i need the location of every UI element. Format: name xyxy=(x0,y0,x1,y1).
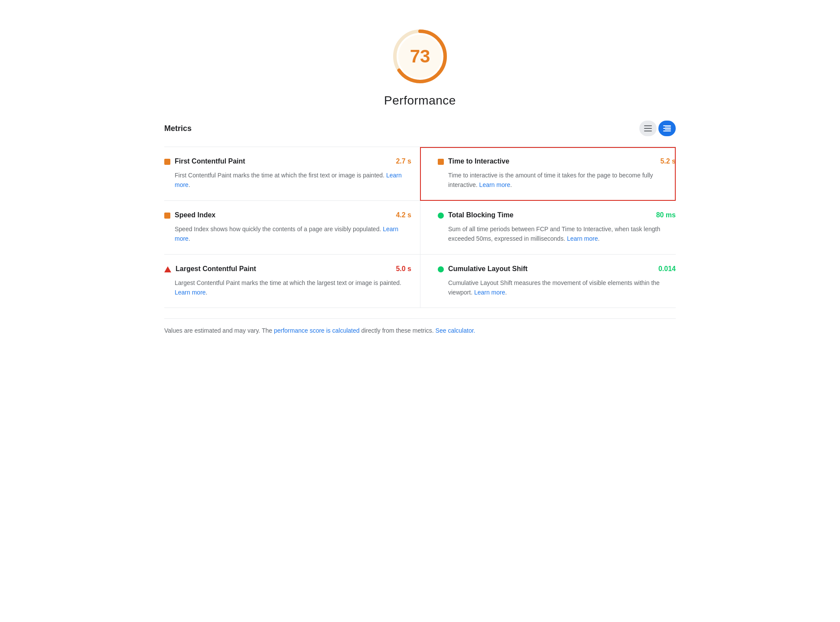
footer-link1[interactable]: performance score is calculated xyxy=(274,327,360,334)
metric-title-row-tti: Time to Interactive xyxy=(438,157,509,165)
red-triangle-icon xyxy=(164,266,171,272)
metric-header-si: Speed Index 4.2 s xyxy=(164,211,411,219)
metric-item-tti: Time to Interactive 5.2 s Time to intera… xyxy=(420,147,676,201)
metric-header-fcp: First Contentful Paint 2.7 s xyxy=(164,157,411,165)
metric-title-row-si: Speed Index xyxy=(164,211,215,219)
metric-description-lcp: Largest Contentful Paint marks the time … xyxy=(175,278,411,298)
metric-value-cls: 0.014 xyxy=(658,265,676,273)
detail-view-button[interactable] xyxy=(658,121,676,136)
metric-title-row-fcp: First Contentful Paint xyxy=(164,157,245,165)
metric-title-row-lcp: Largest Contentful Paint xyxy=(164,265,256,273)
svg-rect-5 xyxy=(663,125,671,126)
footer-note: Values are estimated and may vary. The p… xyxy=(164,318,676,335)
footer-middle: directly from these metrics. xyxy=(360,327,436,334)
learn-more-link-tbt[interactable]: Learn more xyxy=(567,235,598,242)
metric-description-si: Speed Index shows how quickly the conten… xyxy=(175,224,411,244)
orange-square-icon xyxy=(438,159,444,165)
svg-rect-9 xyxy=(665,129,671,130)
score-value: 73 xyxy=(410,46,430,67)
learn-more-link-lcp[interactable]: Learn more xyxy=(175,289,206,296)
metric-title-row-tbt: Total Blocking Time xyxy=(438,211,514,219)
metric-name-si: Speed Index xyxy=(175,211,215,219)
metrics-header: Metrics xyxy=(164,121,676,140)
metric-title-row-cls: Cumulative Layout Shift xyxy=(438,265,527,273)
metric-header-cls: Cumulative Layout Shift 0.014 xyxy=(438,265,676,273)
learn-more-link-si[interactable]: Learn more xyxy=(175,226,398,242)
metrics-title: Metrics xyxy=(164,124,192,133)
list-view-button[interactable] xyxy=(639,121,657,136)
svg-rect-2 xyxy=(644,125,652,126)
score-inner: 73 xyxy=(398,35,442,78)
metrics-grid: First Contentful Paint 2.7 s First Conte… xyxy=(164,147,676,308)
metric-value-tbt: 80 ms xyxy=(656,211,676,219)
metric-description-cls: Cumulative Layout Shift measures the mov… xyxy=(448,278,676,298)
orange-square-icon xyxy=(164,159,170,165)
metric-value-lcp: 5.0 s xyxy=(396,265,411,273)
metric-value-tti: 5.2 s xyxy=(660,157,676,165)
metric-item-cls: Cumulative Layout Shift 0.014 Cumulative… xyxy=(420,255,676,308)
orange-square-icon xyxy=(164,213,170,219)
metric-description-tti: Time to interactive is the amount of tim… xyxy=(448,170,676,190)
metric-description-tbt: Sum of all time periods between FCP and … xyxy=(448,224,676,244)
learn-more-link-tti[interactable]: Learn more xyxy=(479,181,511,188)
metric-name-tbt: Total Blocking Time xyxy=(448,211,514,219)
score-section: 73 Performance xyxy=(164,17,676,108)
green-circle-icon xyxy=(438,213,444,219)
footer-prefix: Values are estimated and may vary. The xyxy=(164,327,274,334)
svg-rect-4 xyxy=(644,131,652,131)
metric-header-tti: Time to Interactive 5.2 s xyxy=(438,157,676,165)
svg-rect-3 xyxy=(644,128,652,129)
svg-rect-8 xyxy=(665,127,671,128)
view-buttons xyxy=(639,121,676,136)
learn-more-link-fcp[interactable]: Learn more xyxy=(175,172,402,188)
metric-item-lcp: Largest Contentful Paint 5.0 s Largest C… xyxy=(164,255,420,308)
metric-name-cls: Cumulative Layout Shift xyxy=(448,265,527,273)
footer-link2[interactable]: See calculator. xyxy=(436,327,475,334)
learn-more-link-cls[interactable]: Learn more xyxy=(474,289,505,296)
metric-name-fcp: First Contentful Paint xyxy=(175,157,245,165)
metric-header-tbt: Total Blocking Time 80 ms xyxy=(438,211,676,219)
metric-name-tti: Time to Interactive xyxy=(448,157,509,165)
svg-rect-7 xyxy=(663,131,671,131)
svg-rect-6 xyxy=(663,128,671,129)
score-label: Performance xyxy=(384,94,456,108)
metric-value-fcp: 2.7 s xyxy=(396,157,411,165)
metric-header-lcp: Largest Contentful Paint 5.0 s xyxy=(164,265,411,273)
metric-item-si: Speed Index 4.2 s Speed Index shows how … xyxy=(164,201,420,255)
score-circle: 73 xyxy=(390,26,450,87)
metric-description-fcp: First Contentful Paint marks the time at… xyxy=(175,170,411,190)
green-circle-icon xyxy=(438,266,444,272)
metric-value-si: 4.2 s xyxy=(396,211,411,219)
metric-item-tbt: Total Blocking Time 80 ms Sum of all tim… xyxy=(420,201,676,255)
metric-item-fcp: First Contentful Paint 2.7 s First Conte… xyxy=(164,147,420,201)
metric-name-lcp: Largest Contentful Paint xyxy=(176,265,256,273)
